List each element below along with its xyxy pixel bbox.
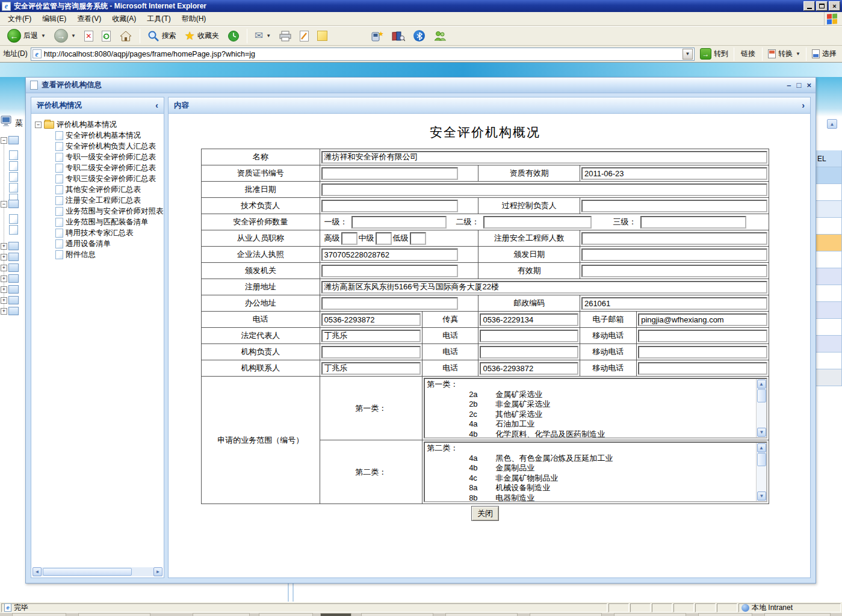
head-tel-input[interactable] bbox=[480, 346, 578, 359]
listbox-scrollbar[interactable]: ▲ ▼ bbox=[756, 379, 766, 437]
valid-period-input[interactable] bbox=[581, 265, 767, 277]
collapse-pane-icon[interactable]: ‹ bbox=[155, 100, 158, 110]
tree-item[interactable]: 安全评价机构负责人汇总表 bbox=[55, 141, 163, 152]
title-mid-input[interactable] bbox=[376, 232, 392, 245]
forward-button[interactable]: → ▼ bbox=[51, 26, 79, 45]
scroll-left-icon[interactable]: ◄ bbox=[33, 567, 42, 576]
category1-listbox[interactable]: 第一类： 2a金属矿采选业 2b非金属矿采选业 2c其他矿采选业 4a石油加工业… bbox=[424, 378, 767, 439]
forward-dropdown-icon[interactable]: ▼ bbox=[71, 33, 76, 38]
tree-expand-icon[interactable]: + bbox=[1, 297, 7, 304]
convert-button[interactable]: 转换 ▼ bbox=[766, 48, 803, 60]
tree-item[interactable]: 安全评价机构基本情况 bbox=[55, 130, 163, 141]
org-contact-input[interactable] bbox=[321, 362, 421, 375]
address-dropdown-icon[interactable]: ▼ bbox=[683, 49, 693, 60]
address-field[interactable]: e ▼ bbox=[31, 48, 695, 61]
level1-input[interactable] bbox=[351, 216, 447, 229]
menu-view[interactable]: 查看(V) bbox=[72, 12, 107, 26]
legal-tel-input[interactable] bbox=[480, 330, 578, 342]
home-button[interactable] bbox=[116, 28, 136, 45]
tree-item[interactable]: 附件信息 bbox=[55, 249, 163, 260]
title-low-input[interactable] bbox=[410, 232, 426, 245]
select-button[interactable]: 选择 bbox=[809, 48, 839, 60]
scroll-up-icon[interactable]: ▲ bbox=[757, 380, 766, 389]
tree-root-node[interactable]: − 评价机构基本情况 bbox=[35, 119, 163, 130]
reg-addr-input[interactable] bbox=[321, 281, 767, 294]
scroll-down-icon[interactable]: ▼ bbox=[757, 491, 766, 500]
tree-item[interactable]: 聘用技术专家汇总表 bbox=[55, 227, 163, 238]
title-high-input[interactable] bbox=[341, 232, 358, 245]
print-button[interactable] bbox=[276, 28, 295, 44]
tree-item[interactable]: 业务范围与安全评价师对照表 bbox=[55, 206, 163, 217]
menu-file[interactable]: 文件(F) bbox=[2, 12, 37, 26]
phone-input[interactable] bbox=[321, 313, 421, 326]
scroll-up-icon[interactable]: ▲ bbox=[757, 443, 766, 452]
window-close-button[interactable]: × bbox=[829, 1, 840, 11]
engineers-input[interactable] bbox=[581, 232, 767, 245]
head-mobile-input[interactable] bbox=[638, 346, 767, 359]
cert-no-input[interactable] bbox=[321, 167, 459, 180]
favorites-button[interactable]: ★ 收藏夹 bbox=[181, 28, 223, 44]
scroll-up-icon[interactable]: ▲ bbox=[827, 119, 837, 129]
tree-horizontal-scrollbar[interactable]: ◄ ► bbox=[33, 567, 163, 576]
research-button[interactable] bbox=[388, 28, 409, 45]
legal-rep-input[interactable] bbox=[321, 330, 421, 342]
org-head-input[interactable] bbox=[321, 346, 421, 359]
tree-item[interactable]: 专职二级安全评价师汇总表 bbox=[55, 162, 163, 173]
scrollbar-thumb[interactable] bbox=[43, 568, 132, 576]
tree-expand-icon[interactable]: + bbox=[1, 243, 7, 250]
mail-button[interactable]: ✉ ▼ bbox=[251, 27, 274, 45]
legal-mobile-input[interactable] bbox=[638, 330, 767, 342]
messenger-button[interactable] bbox=[430, 28, 450, 45]
expand-pane-icon[interactable]: › bbox=[802, 100, 805, 110]
go-button[interactable]: → 转到 bbox=[698, 48, 731, 60]
issue-date-input[interactable] bbox=[581, 248, 767, 261]
tree-collapse-icon[interactable]: − bbox=[35, 122, 42, 128]
contact-mobile-input[interactable] bbox=[638, 362, 767, 375]
issuer-input[interactable] bbox=[321, 265, 459, 277]
tree-item[interactable]: 专职三级安全评价师汇总表 bbox=[55, 173, 163, 184]
tree-item[interactable]: 注册安全工程师汇总表 bbox=[55, 195, 163, 206]
scrollbar-thumb[interactable] bbox=[757, 453, 766, 466]
tree-expand-icon[interactable]: + bbox=[1, 254, 7, 260]
close-button[interactable]: 关闭 bbox=[471, 506, 499, 521]
history-button[interactable] bbox=[224, 28, 243, 45]
tree-expand-icon[interactable]: + bbox=[1, 308, 7, 315]
dialog-maximize-button[interactable]: □ bbox=[797, 81, 802, 90]
scrollbar-thumb[interactable] bbox=[757, 389, 766, 402]
mail-dropdown-icon[interactable]: ▼ bbox=[266, 33, 271, 38]
office-addr-input[interactable] bbox=[321, 297, 459, 310]
contact-tel-input[interactable] bbox=[480, 362, 578, 375]
license-input[interactable] bbox=[321, 248, 459, 261]
level2-input[interactable] bbox=[483, 216, 592, 229]
category2-listbox[interactable]: 第二类： 4a黑色、有色金属冶炼及压延加工业 4b金属制品业 4c非金属矿物制品… bbox=[424, 442, 767, 502]
email-input[interactable] bbox=[638, 313, 767, 326]
scroll-right-icon[interactable]: ► bbox=[153, 567, 163, 576]
postcode-input[interactable] bbox=[581, 297, 767, 310]
discuss-button[interactable] bbox=[314, 28, 331, 43]
bluetooth-button[interactable] bbox=[410, 28, 429, 44]
name-input[interactable] bbox=[321, 151, 767, 164]
tree-item[interactable]: 通用设备清单 bbox=[55, 238, 163, 249]
address-input[interactable] bbox=[44, 49, 680, 60]
menu-tools[interactable]: 工具(T) bbox=[141, 12, 176, 26]
menu-help[interactable]: 帮助(H) bbox=[176, 12, 212, 26]
dialog-minimize-button[interactable]: – bbox=[787, 81, 791, 90]
links-label[interactable]: 链接 bbox=[737, 49, 759, 59]
netmeeting-button[interactable]: ★ bbox=[367, 28, 387, 45]
process-head-input[interactable] bbox=[581, 200, 767, 212]
approve-date-input[interactable] bbox=[321, 183, 767, 196]
tree-collapse-icon[interactable]: − bbox=[1, 201, 7, 208]
menu-favorites[interactable]: 收藏(A) bbox=[107, 12, 141, 26]
back-dropdown-icon[interactable]: ▼ bbox=[41, 33, 46, 38]
menu-edit[interactable]: 编辑(E) bbox=[37, 12, 72, 26]
search-button[interactable]: 搜索 bbox=[144, 28, 180, 45]
tree-item[interactable]: 专职一级安全评价师汇总表 bbox=[55, 152, 163, 162]
window-restore-button[interactable] bbox=[816, 1, 828, 11]
fax-input[interactable] bbox=[480, 313, 578, 326]
tree-collapse-icon[interactable]: − bbox=[1, 137, 7, 144]
tree-item[interactable]: 其他安全评价师汇总表 bbox=[55, 184, 163, 195]
tree-expand-icon[interactable]: + bbox=[1, 276, 7, 282]
level3-input[interactable] bbox=[640, 216, 746, 229]
refresh-button[interactable] bbox=[98, 28, 114, 44]
tech-head-input[interactable] bbox=[321, 200, 459, 212]
